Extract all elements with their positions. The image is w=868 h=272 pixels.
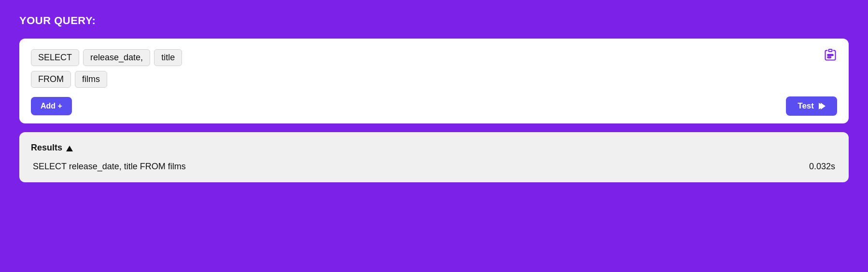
token-select[interactable]: SELECT [31,49,79,66]
results-query-text: SELECT release_date, title FROM films [33,162,186,172]
results-row: SELECT release_date, title FROM films 0.… [31,162,837,172]
play-icon [818,103,826,109]
results-label: Results [31,143,62,153]
test-button[interactable]: Test [786,96,837,116]
clipboard-icon [824,48,837,62]
token-release-date[interactable]: release_date, [83,49,150,66]
query-tokens-row2: FROM films [31,71,837,88]
app-container: YOUR QUERY: SELECT release_date, title F… [0,0,868,272]
results-header: Results [31,143,837,153]
test-button-label: Test [798,101,814,111]
token-from[interactable]: FROM [31,71,71,88]
svg-rect-2 [827,57,831,58]
section-title: YOUR QUERY: [19,14,849,27]
results-time: 0.032s [809,162,835,172]
token-films[interactable]: films [75,71,107,88]
add-button[interactable]: Add + [31,97,72,115]
svg-rect-1 [827,54,833,55]
query-panel: SELECT release_date, title FROM films Ad… [19,39,849,123]
clipboard-button[interactable] [824,48,837,64]
query-tokens-row1: SELECT release_date, title [31,49,837,66]
results-panel: Results SELECT release_date, title FROM … [19,132,849,182]
collapse-icon[interactable] [66,146,73,151]
token-title[interactable]: title [154,49,182,66]
svg-rect-0 [829,49,832,52]
query-actions-row: Add + Test [31,96,837,116]
